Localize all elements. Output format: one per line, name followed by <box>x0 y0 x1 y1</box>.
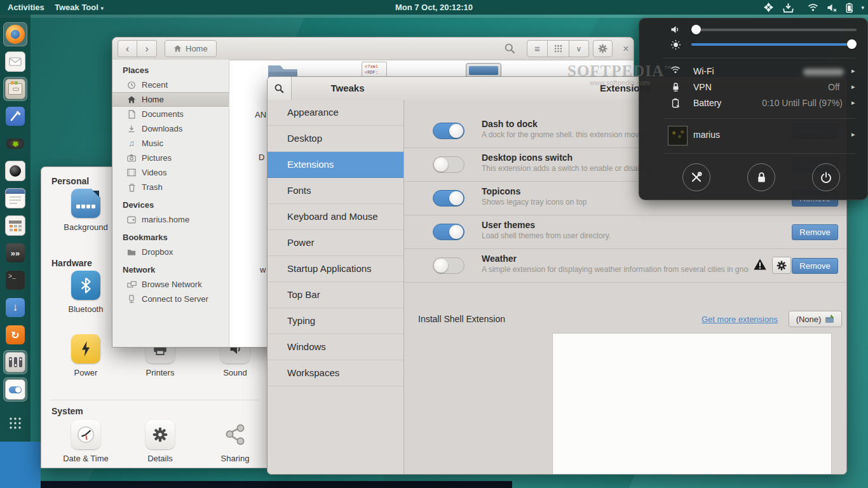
volume-slider-handle[interactable] <box>691 25 701 34</box>
desktop-icons-toggle[interactable] <box>433 156 465 173</box>
sidebar-item-dropbox[interactable]: Dropbox <box>112 245 229 259</box>
switches-icon <box>5 352 25 372</box>
tweaks-sidebar: Appearance Desktop Extensions Fonts Keyb… <box>268 100 404 474</box>
sidebar-item-downloads[interactable]: Downloads <box>112 121 229 136</box>
dock-item-video[interactable]: »» <box>3 241 27 265</box>
tweaks-item-typing[interactable]: Typing <box>268 308 403 334</box>
sidebar-item-pictures[interactable]: Pictures <box>112 151 229 165</box>
tweaks-title: Tweaks <box>291 77 404 100</box>
lock-button[interactable] <box>747 163 775 191</box>
user-themes-toggle[interactable] <box>433 224 465 240</box>
places-sidebar: Places Recent Home Documents Downloads ♫… <box>112 60 229 347</box>
sidebar-item-recent[interactable]: Recent <box>112 78 229 92</box>
file-label-fragment: D <box>259 152 264 162</box>
remove-button[interactable]: Remove <box>792 224 838 240</box>
sidebar-item-documents[interactable]: Documents <box>112 107 229 121</box>
wifi-status-icon[interactable] <box>808 3 818 11</box>
user-menu-row[interactable]: marius ▸ <box>639 125 867 147</box>
sidebar-item-marius-home[interactable]: marius.home <box>112 212 229 227</box>
vpn-menu-row[interactable]: VPN Off ▸ <box>639 80 867 96</box>
tweaks-item-startup-apps[interactable]: Startup Applications <box>268 256 403 282</box>
wallpaper-blue-square <box>0 442 41 488</box>
back-button[interactable]: ‹ <box>118 40 137 57</box>
topicons-toggle[interactable] <box>433 190 465 207</box>
dock-item-calculator[interactable] <box>3 214 27 238</box>
dock-item-tweak-tool[interactable] <box>3 377 27 402</box>
menu-separator <box>663 58 855 58</box>
battery-status-icon[interactable] <box>846 3 853 13</box>
dock-item-downloads[interactable]: ↓ <box>3 295 27 320</box>
grid-view-button[interactable] <box>548 40 569 57</box>
video-editor-icon: »» <box>6 243 25 262</box>
tweaks-item-extensions[interactable]: Extensions <box>268 152 403 178</box>
settings-item-datetime[interactable]: Date & Time <box>53 420 119 463</box>
settings-item-power[interactable]: Power <box>53 334 119 377</box>
brightness-slider[interactable] <box>691 43 857 46</box>
dock-item-app-grid[interactable] <box>3 411 27 435</box>
tweaks-item-desktop[interactable]: Desktop <box>268 126 403 152</box>
brightness-slider-handle[interactable] <box>847 39 857 49</box>
settings-item-sharing[interactable]: Sharing <box>202 420 268 463</box>
tweaks-item-appearance[interactable]: Appearance <box>268 100 403 126</box>
forward-button[interactable]: › <box>137 40 157 57</box>
get-more-extensions-link[interactable]: Get more extensions <box>702 315 778 324</box>
dock-item-firefox[interactable] <box>3 22 27 46</box>
dock-item-mail[interactable] <box>3 50 27 74</box>
view-options-chevron-button[interactable]: ∨ <box>569 40 589 57</box>
firefox-icon <box>6 25 25 44</box>
submenu-arrow-icon: ▸ <box>851 130 855 139</box>
tweaks-item-top-bar[interactable]: Top Bar <box>268 282 403 308</box>
window-menu-gear-button[interactable] <box>593 40 613 57</box>
dash-to-dock-toggle[interactable] <box>433 123 465 139</box>
remove-button[interactable]: Remove <box>792 258 838 274</box>
close-window-button[interactable]: × <box>620 40 632 57</box>
dock-item-paint[interactable] <box>3 104 27 128</box>
power-button[interactable] <box>812 163 840 191</box>
search-button[interactable] <box>504 43 516 55</box>
terminal-icon: >_ <box>6 271 25 290</box>
clock[interactable]: Mon 7 Oct, 20:12:10 <box>395 0 473 15</box>
dock-item-terminal[interactable]: >_ <box>3 268 27 292</box>
sidebar-item-music[interactable]: ♫ Music <box>112 136 229 151</box>
tweaks-item-workspaces[interactable]: Workspaces <box>268 360 403 386</box>
dock-item-notes[interactable] <box>3 186 27 210</box>
list-view-button[interactable]: ≡ <box>527 40 548 57</box>
settings-item-details[interactable]: Details <box>127 420 193 463</box>
settings-button[interactable] <box>682 163 710 191</box>
sidebar-item-connect-server[interactable]: Connect to Server <box>112 292 229 306</box>
dock-item-files[interactable] <box>3 77 27 101</box>
dock-item-sync[interactable]: ↻ <box>3 323 27 347</box>
settings-tools-icon <box>690 171 703 184</box>
settings-item-bluetooth[interactable]: Bluetooth <box>53 271 119 314</box>
install-shell-extension-row: Install Shell Extension Get more extensi… <box>404 305 846 333</box>
bluetooth-icon <box>71 271 100 300</box>
settings-item-background[interactable]: Background <box>53 189 119 232</box>
breadcrumb-home-button[interactable]: Home <box>165 40 217 57</box>
breadcrumb-label: Home <box>186 44 208 53</box>
tweaks-search-button[interactable] <box>268 77 292 100</box>
shutter-tray-icon[interactable] <box>763 2 774 13</box>
volume-slider[interactable] <box>691 29 857 31</box>
extension-file-chooser-button[interactable]: (None) <box>789 311 842 327</box>
sidebar-item-trash[interactable]: Trash <box>112 180 229 194</box>
battery-menu-row[interactable]: Battery 0:10 Until Full (97%) ▸ <box>639 96 867 112</box>
tweaks-item-fonts[interactable]: Fonts <box>268 178 403 204</box>
tweaks-item-keyboard-mouse[interactable]: Keyboard and Mouse <box>268 204 403 230</box>
tweaks-item-windows[interactable]: Windows <box>268 334 403 360</box>
sidebar-item-browse-network[interactable]: Browse Network <box>112 277 229 292</box>
tweaks-item-power[interactable]: Power <box>268 230 403 256</box>
dock-item-screenshot[interactable] <box>3 132 27 156</box>
sidebar-item-videos[interactable]: Videos <box>112 165 229 180</box>
activities-button[interactable]: Activities <box>3 0 50 15</box>
transmission-tray-icon[interactable] <box>782 3 794 13</box>
system-menu-caret-icon[interactable]: ▾ <box>861 4 864 11</box>
dock-item-switches[interactable] <box>3 350 27 374</box>
wifi-menu-row[interactable]: Wi-Fi ▸ <box>639 64 867 80</box>
sync-icon: ↻ <box>6 325 25 344</box>
app-menu-button[interactable]: Tweak Tool ▾ <box>50 0 109 15</box>
weather-settings-gear-button[interactable] <box>772 257 791 274</box>
sidebar-item-home[interactable]: Home <box>112 92 229 107</box>
dock-item-camera[interactable] <box>3 159 27 183</box>
volume-muted-icon[interactable] <box>827 3 837 12</box>
weather-toggle[interactable] <box>433 257 465 274</box>
